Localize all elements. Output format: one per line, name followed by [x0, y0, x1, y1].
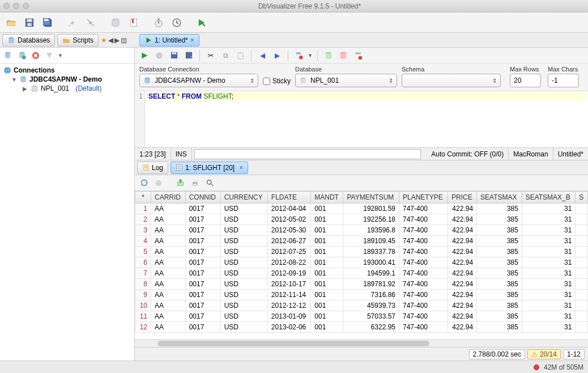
cell[interactable]: 747-400: [399, 214, 448, 225]
tab-nav-arrows[interactable]: ★ ◀ ▶ ▤: [101, 36, 127, 44]
chevron-down-icon[interactable]: ▼: [11, 77, 17, 83]
cell[interactable]: 385: [477, 214, 522, 225]
cell[interactable]: [576, 279, 588, 290]
cell[interactable]: 2013-01-09: [267, 311, 310, 322]
find-button[interactable]: [204, 177, 215, 189]
cell[interactable]: 31: [522, 247, 576, 257]
cell[interactable]: AA: [151, 247, 186, 257]
cell[interactable]: 7316.86: [343, 290, 399, 300]
window-controls[interactable]: [3, 3, 29, 9]
cell[interactable]: 747-400: [399, 247, 448, 257]
cell[interactable]: 31: [522, 322, 576, 333]
save-as-sql-button[interactable]: [182, 49, 195, 62]
stop-grid-button[interactable]: [153, 177, 164, 189]
cell[interactable]: 422.94: [448, 236, 477, 247]
cell[interactable]: 422.94: [448, 257, 477, 268]
cell[interactable]: 747-400: [399, 204, 448, 214]
cell[interactable]: [576, 225, 588, 236]
sql-editor[interactable]: 1 SELECT * FROM SFLIGHT;: [135, 91, 588, 148]
cell[interactable]: 0017: [185, 204, 220, 214]
cell[interactable]: 001: [311, 225, 343, 236]
copy-button[interactable]: ⧉: [219, 49, 232, 62]
cell[interactable]: 0017: [185, 290, 220, 300]
status-input[interactable]: [194, 149, 421, 159]
prev-button[interactable]: ◀: [256, 49, 269, 62]
cell[interactable]: 385: [477, 311, 522, 322]
menu-icon[interactable]: ▤: [121, 36, 127, 44]
cell[interactable]: 422.94: [448, 247, 477, 257]
cell[interactable]: 422.94: [448, 214, 477, 225]
column-header[interactable]: PAYMENTSUM: [343, 192, 399, 204]
table-row[interactable]: 1AA0017USD2012-04-04001192801.59747-4004…: [135, 204, 588, 214]
cell[interactable]: AA: [151, 311, 186, 322]
cell[interactable]: AA: [151, 214, 186, 225]
column-header[interactable]: SEATSMAX_B: [522, 192, 576, 204]
table-row[interactable]: 7AA0017USD2012-09-19001194599.1747-40042…: [135, 268, 588, 279]
cell[interactable]: 31: [522, 225, 576, 236]
cell[interactable]: USD: [220, 247, 267, 257]
filter-tree-button[interactable]: [44, 50, 54, 61]
close-window-icon[interactable]: [3, 3, 10, 9]
cell[interactable]: 31: [522, 257, 576, 268]
cell[interactable]: USD: [220, 257, 267, 268]
save-button[interactable]: [22, 15, 37, 31]
db-connection-combo[interactable]: JDBC4SAPNW - Demo ⇕: [139, 74, 258, 87]
cell[interactable]: [576, 214, 588, 225]
cell[interactable]: 31: [522, 214, 576, 225]
cell[interactable]: 189337.78: [343, 247, 399, 257]
cell[interactable]: 001: [311, 300, 343, 311]
table-row[interactable]: 3AA0017USD2012-05-30001193596.8747-40042…: [135, 225, 588, 236]
stopwatch-button[interactable]: [151, 15, 167, 31]
table-row[interactable]: 2AA0017USD2012-05-02001192256.18747-4004…: [135, 214, 588, 225]
table-row[interactable]: 8AA0017USD2012-10-17001189781.92747-4004…: [135, 279, 588, 290]
cell[interactable]: USD: [220, 322, 267, 333]
cell[interactable]: 0017: [185, 247, 220, 257]
history-button[interactable]: [169, 15, 185, 31]
cell[interactable]: 0017: [185, 236, 220, 247]
connection-tree[interactable]: Connections ▼ JDBC4SAPNW - Demo ▶ NPL_00…: [0, 63, 134, 361]
cell[interactable]: 31: [522, 268, 576, 279]
sticky-checkbox-input[interactable]: [263, 78, 270, 85]
cell[interactable]: 2012-12-12: [267, 300, 310, 311]
cell[interactable]: 2012-07-25: [267, 247, 310, 257]
tree-connection[interactable]: ▼ JDBC4SAPNW - Demo: [3, 75, 131, 84]
cell[interactable]: 747-400: [399, 322, 448, 333]
cell[interactable]: 001: [311, 322, 343, 333]
cell[interactable]: 0017: [185, 322, 220, 333]
chevron-right-icon[interactable]: ▶: [23, 86, 28, 92]
table-row[interactable]: 10AA0017USD2012-12-1200145939.73747-4004…: [135, 300, 588, 311]
db-button[interactable]: [108, 15, 123, 31]
cell[interactable]: 422.94: [448, 268, 477, 279]
cell[interactable]: 31: [522, 236, 576, 247]
cell[interactable]: 747-400: [399, 257, 448, 268]
tab-result[interactable]: 1: SFLIGHT [20] ×: [171, 162, 248, 174]
cell[interactable]: 2012-08-22: [267, 257, 310, 268]
cell[interactable]: 31: [522, 311, 576, 322]
cell[interactable]: [576, 268, 588, 279]
tab-databases[interactable]: Databases: [2, 34, 55, 46]
cell[interactable]: 001: [311, 257, 343, 268]
cell[interactable]: 194599.1: [343, 268, 399, 279]
cell[interactable]: 6322.95: [343, 322, 399, 333]
cell[interactable]: 385: [477, 225, 522, 236]
cell[interactable]: 31: [522, 300, 576, 311]
stop-tree-button[interactable]: [31, 50, 41, 61]
cell[interactable]: 001: [311, 247, 343, 257]
cell[interactable]: 385: [477, 290, 522, 300]
cell[interactable]: 2012-11-14: [267, 290, 310, 300]
tab-scripts[interactable]: Scripts: [57, 34, 99, 46]
cell[interactable]: 001: [311, 236, 343, 247]
cell[interactable]: 001: [311, 268, 343, 279]
cell[interactable]: [576, 236, 588, 247]
bookmark-button[interactable]: [126, 15, 142, 31]
open-button[interactable]: [3, 15, 19, 31]
cell[interactable]: USD: [220, 204, 267, 214]
cell[interactable]: 2012-10-17: [267, 279, 310, 290]
cell[interactable]: 0017: [185, 257, 220, 268]
cell[interactable]: 45939.73: [343, 300, 399, 311]
execute-button[interactable]: [138, 49, 151, 62]
cell[interactable]: AA: [151, 268, 186, 279]
cell[interactable]: 192256.18: [343, 214, 399, 225]
cell[interactable]: 0017: [185, 279, 220, 290]
cell[interactable]: 2012-05-30: [267, 225, 310, 236]
